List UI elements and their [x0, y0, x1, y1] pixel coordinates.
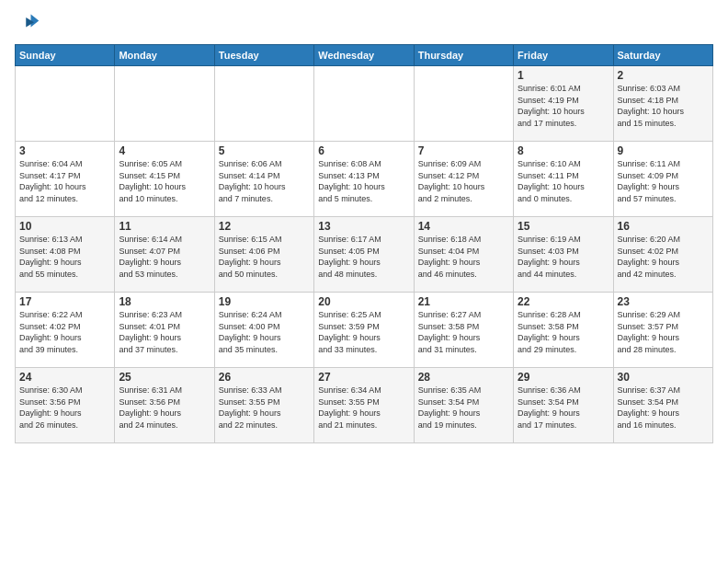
logo	[15, 11, 44, 37]
header	[15, 11, 713, 37]
day-number: 29	[518, 371, 609, 384]
day-info: Sunrise: 6:18 AM Sunset: 4:04 PM Dayligh…	[418, 234, 509, 280]
weekday-header: Sunday	[16, 45, 115, 66]
day-info: Sunrise: 6:17 AM Sunset: 4:05 PM Dayligh…	[318, 234, 409, 280]
day-info: Sunrise: 6:35 AM Sunset: 3:54 PM Dayligh…	[418, 385, 509, 431]
day-info: Sunrise: 6:22 AM Sunset: 4:02 PM Dayligh…	[19, 309, 110, 355]
day-number: 6	[318, 144, 409, 157]
day-info: Sunrise: 6:06 AM Sunset: 4:14 PM Dayligh…	[219, 158, 310, 204]
day-number: 22	[518, 295, 609, 308]
day-number: 24	[19, 371, 110, 384]
day-info: Sunrise: 6:37 AM Sunset: 3:54 PM Dayligh…	[618, 385, 709, 431]
calendar-cell: 10Sunrise: 6:13 AM Sunset: 4:08 PM Dayli…	[16, 217, 115, 293]
day-info: Sunrise: 6:11 AM Sunset: 4:09 PM Dayligh…	[618, 158, 709, 204]
day-number: 5	[219, 144, 310, 157]
calendar-cell: 12Sunrise: 6:15 AM Sunset: 4:06 PM Dayli…	[214, 217, 313, 293]
day-info: Sunrise: 6:04 AM Sunset: 4:17 PM Dayligh…	[19, 158, 110, 204]
calendar-cell: 2Sunrise: 6:03 AM Sunset: 4:18 PM Daylig…	[613, 66, 712, 142]
calendar-cell: 11Sunrise: 6:14 AM Sunset: 4:07 PM Dayli…	[115, 217, 214, 293]
calendar-cell: 22Sunrise: 6:28 AM Sunset: 3:58 PM Dayli…	[514, 293, 613, 368]
calendar-cell: 6Sunrise: 6:08 AM Sunset: 4:13 PM Daylig…	[314, 142, 414, 217]
calendar-cell: 24Sunrise: 6:30 AM Sunset: 3:56 PM Dayli…	[16, 368, 115, 443]
calendar-cell: 3Sunrise: 6:04 AM Sunset: 4:17 PM Daylig…	[16, 142, 115, 217]
day-number: 28	[418, 371, 509, 384]
calendar-cell: 25Sunrise: 6:31 AM Sunset: 3:56 PM Dayli…	[115, 368, 214, 443]
calendar-cell: 13Sunrise: 6:17 AM Sunset: 4:05 PM Dayli…	[314, 217, 414, 293]
calendar-cell: 16Sunrise: 6:20 AM Sunset: 4:02 PM Dayli…	[613, 217, 712, 293]
day-number: 26	[219, 371, 310, 384]
day-number: 4	[119, 144, 210, 157]
day-number: 19	[219, 295, 310, 308]
calendar-cell: 19Sunrise: 6:24 AM Sunset: 4:00 PM Dayli…	[214, 293, 313, 368]
calendar-cell: 8Sunrise: 6:10 AM Sunset: 4:11 PM Daylig…	[514, 142, 613, 217]
weekday-header: Thursday	[414, 45, 513, 66]
calendar-week-row: 10Sunrise: 6:13 AM Sunset: 4:08 PM Dayli…	[16, 217, 713, 293]
page-container: SundayMondayTuesdayWednesdayThursdayFrid…	[0, 0, 728, 563]
calendar-cell	[314, 66, 414, 142]
weekday-header: Tuesday	[214, 45, 313, 66]
calendar-cell: 5Sunrise: 6:06 AM Sunset: 4:14 PM Daylig…	[214, 142, 313, 217]
calendar-table: SundayMondayTuesdayWednesdayThursdayFrid…	[15, 44, 713, 443]
calendar-cell	[414, 66, 513, 142]
day-number: 18	[119, 295, 210, 308]
weekday-header: Friday	[514, 45, 613, 66]
day-number: 12	[219, 220, 310, 233]
day-number: 13	[318, 220, 409, 233]
day-info: Sunrise: 6:28 AM Sunset: 3:58 PM Dayligh…	[518, 309, 609, 355]
day-info: Sunrise: 6:31 AM Sunset: 3:56 PM Dayligh…	[119, 385, 210, 431]
day-info: Sunrise: 6:14 AM Sunset: 4:07 PM Dayligh…	[119, 234, 210, 280]
calendar-cell: 7Sunrise: 6:09 AM Sunset: 4:12 PM Daylig…	[414, 142, 513, 217]
calendar-cell: 28Sunrise: 6:35 AM Sunset: 3:54 PM Dayli…	[414, 368, 513, 443]
day-info: Sunrise: 6:08 AM Sunset: 4:13 PM Dayligh…	[318, 158, 409, 204]
logo-icon	[15, 11, 40, 37]
day-number: 7	[418, 144, 509, 157]
calendar-cell: 30Sunrise: 6:37 AM Sunset: 3:54 PM Dayli…	[613, 368, 712, 443]
day-number: 11	[119, 220, 210, 233]
calendar-cell: 17Sunrise: 6:22 AM Sunset: 4:02 PM Dayli…	[16, 293, 115, 368]
day-number: 3	[19, 144, 110, 157]
calendar-week-row: 3Sunrise: 6:04 AM Sunset: 4:17 PM Daylig…	[16, 142, 713, 217]
calendar-header-row: SundayMondayTuesdayWednesdayThursdayFrid…	[16, 45, 713, 66]
day-info: Sunrise: 6:30 AM Sunset: 3:56 PM Dayligh…	[19, 385, 110, 431]
day-number: 17	[19, 295, 110, 308]
day-number: 10	[19, 220, 110, 233]
calendar-cell: 26Sunrise: 6:33 AM Sunset: 3:55 PM Dayli…	[214, 368, 313, 443]
calendar-cell: 4Sunrise: 6:05 AM Sunset: 4:15 PM Daylig…	[115, 142, 214, 217]
calendar-cell: 9Sunrise: 6:11 AM Sunset: 4:09 PM Daylig…	[613, 142, 712, 217]
day-info: Sunrise: 6:13 AM Sunset: 4:08 PM Dayligh…	[19, 234, 110, 280]
calendar-cell: 1Sunrise: 6:01 AM Sunset: 4:19 PM Daylig…	[514, 66, 613, 142]
day-number: 20	[318, 295, 409, 308]
calendar-cell: 29Sunrise: 6:36 AM Sunset: 3:54 PM Dayli…	[514, 368, 613, 443]
day-info: Sunrise: 6:10 AM Sunset: 4:11 PM Dayligh…	[518, 158, 609, 204]
calendar-cell: 14Sunrise: 6:18 AM Sunset: 4:04 PM Dayli…	[414, 217, 513, 293]
calendar-week-row: 17Sunrise: 6:22 AM Sunset: 4:02 PM Dayli…	[16, 293, 713, 368]
day-number: 21	[418, 295, 509, 308]
day-number: 30	[618, 371, 709, 384]
day-number: 1	[518, 69, 609, 82]
day-info: Sunrise: 6:05 AM Sunset: 4:15 PM Dayligh…	[119, 158, 210, 204]
calendar-cell: 15Sunrise: 6:19 AM Sunset: 4:03 PM Dayli…	[514, 217, 613, 293]
weekday-header: Monday	[115, 45, 214, 66]
day-info: Sunrise: 6:19 AM Sunset: 4:03 PM Dayligh…	[518, 234, 609, 280]
day-info: Sunrise: 6:23 AM Sunset: 4:01 PM Dayligh…	[119, 309, 210, 355]
day-info: Sunrise: 6:03 AM Sunset: 4:18 PM Dayligh…	[618, 83, 709, 129]
day-info: Sunrise: 6:15 AM Sunset: 4:06 PM Dayligh…	[219, 234, 310, 280]
day-info: Sunrise: 6:33 AM Sunset: 3:55 PM Dayligh…	[219, 385, 310, 431]
weekday-header: Wednesday	[314, 45, 414, 66]
calendar-cell: 18Sunrise: 6:23 AM Sunset: 4:01 PM Dayli…	[115, 293, 214, 368]
weekday-header: Saturday	[613, 45, 712, 66]
calendar-cell	[214, 66, 313, 142]
day-info: Sunrise: 6:36 AM Sunset: 3:54 PM Dayligh…	[518, 385, 609, 431]
day-info: Sunrise: 6:34 AM Sunset: 3:55 PM Dayligh…	[318, 385, 409, 431]
day-number: 25	[119, 371, 210, 384]
day-info: Sunrise: 6:20 AM Sunset: 4:02 PM Dayligh…	[618, 234, 709, 280]
day-number: 9	[618, 144, 709, 157]
day-number: 2	[618, 69, 709, 82]
calendar-week-row: 1Sunrise: 6:01 AM Sunset: 4:19 PM Daylig…	[16, 66, 713, 142]
day-info: Sunrise: 6:27 AM Sunset: 3:58 PM Dayligh…	[418, 309, 509, 355]
calendar-cell: 27Sunrise: 6:34 AM Sunset: 3:55 PM Dayli…	[314, 368, 414, 443]
day-number: 15	[518, 220, 609, 233]
day-number: 14	[418, 220, 509, 233]
day-number: 16	[618, 220, 709, 233]
day-info: Sunrise: 6:24 AM Sunset: 4:00 PM Dayligh…	[219, 309, 310, 355]
